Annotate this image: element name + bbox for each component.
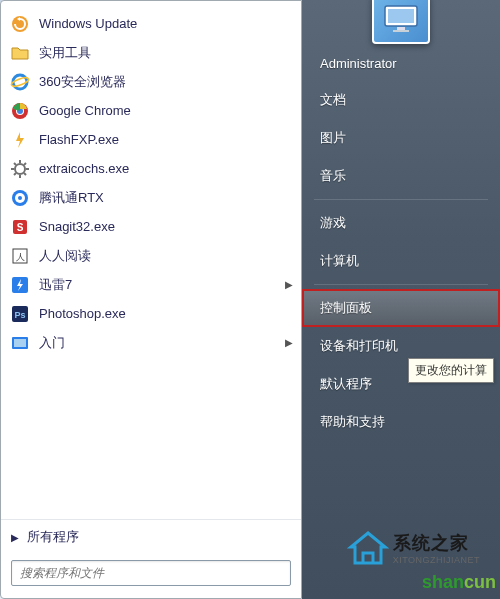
- program-item-10[interactable]: PsPhotoshop.exe: [3, 299, 299, 328]
- chrome-icon: [9, 100, 31, 122]
- right-item-label: 音乐: [320, 168, 346, 183]
- program-label: 360安全浏览器: [39, 73, 126, 91]
- program-label: 入门: [39, 334, 65, 352]
- flashfxp-icon: [9, 129, 31, 151]
- cog-icon: [9, 158, 31, 180]
- submenu-arrow-icon: ▶: [285, 337, 293, 348]
- program-item-4[interactable]: FlashFXP.exe: [3, 125, 299, 154]
- program-item-3[interactable]: Google Chrome: [3, 96, 299, 125]
- user-picture[interactable]: [372, 0, 430, 44]
- program-label: Google Chrome: [39, 103, 131, 118]
- right-item-games[interactable]: 游戏: [302, 204, 500, 242]
- program-item-7[interactable]: SSnagit32.exe: [3, 212, 299, 241]
- program-item-8[interactable]: 人人人阅读: [3, 241, 299, 270]
- svg-point-17: [18, 196, 22, 200]
- tooltip-text: 更改您的计算: [415, 363, 487, 377]
- right-item-label: 图片: [320, 130, 346, 145]
- windows-update-icon: [9, 13, 31, 35]
- user-name-item[interactable]: Administrator: [302, 46, 500, 81]
- right-item-label: 设备和打印机: [320, 338, 398, 353]
- svg-line-12: [24, 173, 26, 175]
- svg-line-13: [14, 173, 16, 175]
- all-programs-button[interactable]: ▶ 所有程序: [1, 519, 301, 554]
- svg-text:S: S: [17, 222, 24, 233]
- renren-icon: 人: [9, 245, 31, 267]
- svg-rect-29: [397, 27, 405, 30]
- program-label: 人人阅读: [39, 247, 91, 265]
- separator: [314, 199, 488, 200]
- program-label: 腾讯通RTX: [39, 189, 104, 207]
- folder-icon: [9, 42, 31, 64]
- program-item-9[interactable]: 迅雷7▶: [3, 270, 299, 299]
- separator: [314, 284, 488, 285]
- snagit-icon: S: [9, 216, 31, 238]
- right-item-pictures[interactable]: 图片: [302, 119, 500, 157]
- program-label: 迅雷7: [39, 276, 72, 294]
- program-label: Photoshop.exe: [39, 306, 126, 321]
- program-item-0[interactable]: Windows Update: [3, 9, 299, 38]
- svg-rect-30: [393, 30, 409, 32]
- svg-rect-26: [14, 339, 26, 347]
- program-item-11[interactable]: 入门▶: [3, 328, 299, 357]
- svg-text:Ps: Ps: [14, 310, 25, 320]
- program-label: 实用工具: [39, 44, 91, 62]
- svg-line-14: [24, 163, 26, 165]
- ie-icon: [9, 71, 31, 93]
- right-item-label: 控制面板: [320, 300, 372, 315]
- right-item-label: 默认程序: [320, 376, 372, 391]
- program-label: Windows Update: [39, 16, 137, 31]
- tooltip: 更改您的计算: [408, 358, 494, 383]
- right-item-label: 游戏: [320, 215, 346, 230]
- all-programs-label: 所有程序: [27, 528, 79, 546]
- program-item-6[interactable]: 腾讯通RTX: [3, 183, 299, 212]
- xunlei-icon: [9, 274, 31, 296]
- photoshop-icon: Ps: [9, 303, 31, 325]
- right-item-music[interactable]: 音乐: [302, 157, 500, 195]
- submenu-arrow-icon: ▶: [285, 279, 293, 290]
- svg-point-6: [15, 164, 25, 174]
- search-box: [11, 560, 291, 586]
- right-item-documents[interactable]: 文档: [302, 81, 500, 119]
- left-panel: Windows Update实用工具360安全浏览器Google ChromeF…: [0, 0, 302, 599]
- svg-text:人: 人: [16, 252, 25, 262]
- search-input[interactable]: [11, 560, 291, 586]
- right-item-computer[interactable]: 计算机: [302, 242, 500, 280]
- start-menu: Windows Update实用工具360安全浏览器Google ChromeF…: [0, 0, 500, 599]
- svg-rect-28: [388, 9, 414, 23]
- triangle-right-icon: ▶: [11, 532, 19, 543]
- user-name-label: Administrator: [320, 56, 397, 71]
- right-item-label: 文档: [320, 92, 346, 107]
- svg-line-11: [14, 163, 16, 165]
- right-item-label: 帮助和支持: [320, 414, 385, 429]
- right-panel: Administrator 文档图片音乐游戏计算机控制面板设备和打印机默认程序帮…: [302, 0, 500, 599]
- getting-started-icon: [9, 332, 31, 354]
- program-item-1[interactable]: 实用工具: [3, 38, 299, 67]
- program-label: extraicochs.exe: [39, 161, 129, 176]
- program-label: Snagit32.exe: [39, 219, 115, 234]
- program-item-5[interactable]: extraicochs.exe: [3, 154, 299, 183]
- rtx-icon: [9, 187, 31, 209]
- program-label: FlashFXP.exe: [39, 132, 119, 147]
- monitor-icon: [383, 4, 419, 34]
- program-item-2[interactable]: 360安全浏览器: [3, 67, 299, 96]
- right-item-help-support[interactable]: 帮助和支持: [302, 403, 500, 441]
- program-list: Windows Update实用工具360安全浏览器Google ChromeF…: [1, 1, 301, 519]
- right-item-label: 计算机: [320, 253, 359, 268]
- right-item-control-panel[interactable]: 控制面板: [302, 289, 500, 327]
